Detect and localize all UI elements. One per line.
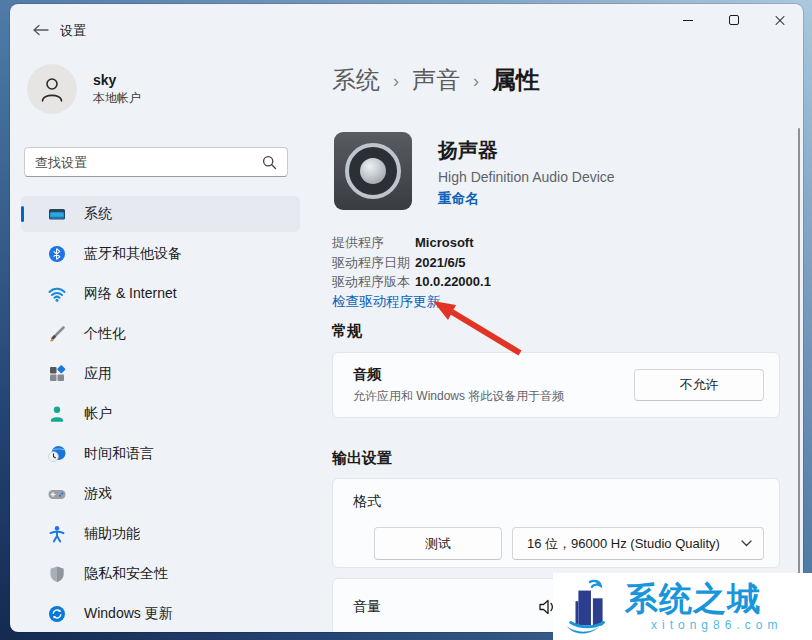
gamepad-icon — [47, 484, 67, 504]
sidebar-item-label: 游戏 — [84, 485, 112, 503]
watermark-url: xitong86.com — [651, 618, 782, 632]
format-dropdown[interactable]: 16 位，96000 Hz (Studio Quality) — [512, 527, 764, 560]
breadcrumb-item-sound[interactable]: 声音 — [412, 64, 460, 96]
search-input[interactable] — [35, 155, 262, 170]
driver-date-label: 驱动程序日期 — [332, 253, 415, 273]
check-driver-update-link[interactable]: 检查驱动程序更新 — [332, 293, 440, 311]
sidebar-item-gaming[interactable]: 游戏 — [21, 476, 300, 512]
wifi-icon — [47, 284, 67, 304]
bluetooth-icon — [47, 244, 67, 264]
person-icon — [37, 74, 67, 104]
chevron-right-icon: › — [473, 69, 479, 92]
sidebar-item-network-internet[interactable]: 网络 & Internet — [21, 276, 300, 312]
search-icon — [262, 155, 277, 170]
device-description: High Definition Audio Device — [438, 169, 615, 185]
sidebar-item-label: 隐私和安全性 — [84, 565, 168, 583]
sidebar-item-system[interactable]: 系统 — [21, 196, 300, 232]
apps-icon — [47, 364, 67, 384]
device-name: 扬声器 — [438, 137, 615, 164]
user-account-type: 本地帐户 — [93, 90, 141, 107]
selected-indicator — [21, 206, 24, 222]
sidebar-item-windows-update[interactable]: Windows 更新 — [21, 596, 300, 632]
watermark: 系统之城 xitong86.com — [553, 573, 812, 640]
audio-permission-card: 音频 允许应用和 Windows 将此设备用于音频 不允许 — [332, 352, 780, 418]
privacy-shield-icon — [47, 564, 67, 584]
driver-provider-label: 提供程序 — [332, 233, 415, 253]
watermark-logo-icon — [561, 578, 619, 636]
output-section-header: 输出设置 — [332, 449, 392, 468]
format-dropdown-value: 16 位，96000 Hz (Studio Quality) — [527, 535, 720, 553]
driver-date-row: 驱动程序日期 2021/6/5 — [332, 253, 491, 273]
sidebar-item-personalization[interactable]: 个性化 — [21, 316, 300, 352]
sidebar: sky 本地帐户 系统 — [10, 4, 312, 632]
sidebar-item-label: 蓝牙和其他设备 — [84, 245, 182, 263]
sidebar-item-label: 系统 — [84, 205, 112, 223]
sidebar-item-label: 帐户 — [84, 405, 112, 423]
sidebar-item-apps[interactable]: 应用 — [21, 356, 300, 392]
sidebar-item-label: Windows 更新 — [84, 605, 173, 623]
sidebar-item-accessibility[interactable]: 辅助功能 — [21, 516, 300, 552]
accounts-person-icon — [47, 404, 67, 424]
disallow-button[interactable]: 不允许 — [634, 369, 764, 401]
sidebar-item-label: 时间和语言 — [84, 445, 154, 463]
driver-provider-row: 提供程序 Microsoft — [332, 233, 491, 253]
system-monitor-icon — [47, 204, 67, 224]
sidebar-item-label: 辅助功能 — [84, 525, 140, 543]
audio-row-subtitle: 允许应用和 Windows 将此设备用于音频 — [353, 388, 564, 405]
chevron-down-icon — [741, 540, 752, 547]
personalization-brush-icon — [47, 324, 67, 344]
speaker-device-icon — [334, 132, 412, 210]
scrollbar[interactable] — [798, 128, 800, 626]
driver-info: 提供程序 Microsoft 驱动程序日期 2021/6/5 驱动程序版本 10… — [332, 233, 491, 292]
volume-label: 音量 — [353, 598, 381, 616]
driver-version-row: 驱动程序版本 10.0.22000.1 — [332, 272, 491, 292]
sidebar-item-accounts[interactable]: 帐户 — [21, 396, 300, 432]
avatar — [27, 64, 77, 114]
audio-row-title: 音频 — [353, 366, 564, 384]
search-box[interactable] — [24, 147, 288, 177]
breadcrumb: 系统 › 声音 › 属性 — [332, 64, 540, 96]
breadcrumb-item-properties: 属性 — [492, 64, 540, 96]
user-profile[interactable]: sky 本地帐户 — [27, 64, 141, 114]
sidebar-item-bluetooth-devices[interactable]: 蓝牙和其他设备 — [21, 236, 300, 272]
sidebar-item-label: 个性化 — [84, 325, 126, 343]
driver-version-label: 驱动程序版本 — [332, 272, 415, 292]
driver-version-value: 10.0.22000.1 — [415, 272, 491, 292]
time-language-icon — [47, 444, 67, 464]
device-header: 扬声器 High Definition Audio Device 重命名 — [334, 132, 615, 210]
rename-link[interactable]: 重命名 — [438, 190, 615, 208]
sidebar-item-privacy-security[interactable]: 隐私和安全性 — [21, 556, 300, 592]
sidebar-item-label: 网络 & Internet — [84, 285, 177, 303]
settings-window: 设置 sky 本地帐户 — [10, 4, 803, 632]
watermark-title: 系统之城 — [625, 582, 782, 616]
format-card: 格式 测试 16 位，96000 Hz (Studio Quality) — [332, 478, 780, 568]
user-name: sky — [93, 72, 141, 88]
format-label: 格式 — [353, 493, 764, 511]
sidebar-nav: 系统 蓝牙和其他设备 网络 & Internet — [10, 196, 312, 632]
accessibility-icon — [47, 524, 67, 544]
sidebar-item-time-language[interactable]: 时间和语言 — [21, 436, 300, 472]
test-button[interactable]: 测试 — [374, 527, 502, 560]
breadcrumb-item-system[interactable]: 系统 — [332, 64, 380, 96]
driver-provider-value: Microsoft — [415, 233, 474, 253]
windows-update-icon — [47, 604, 67, 624]
main-content: 系统 › 声音 › 属性 扬声器 High Definition Audio D… — [332, 4, 780, 632]
chevron-right-icon: › — [393, 69, 399, 92]
general-section-header: 常规 — [332, 322, 362, 341]
sidebar-item-label: 应用 — [84, 365, 112, 383]
driver-date-value: 2021/6/5 — [415, 253, 466, 273]
